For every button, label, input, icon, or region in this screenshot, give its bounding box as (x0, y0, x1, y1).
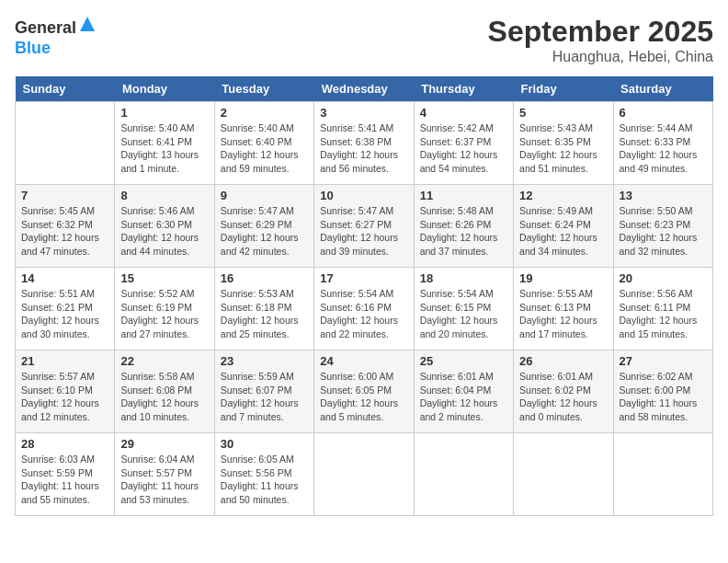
calendar-cell: 22Sunrise: 5:58 AMSunset: 6:08 PMDayligh… (115, 350, 214, 433)
day-info: Sunrise: 6:01 AMSunset: 6:02 PMDaylight:… (519, 370, 607, 424)
day-info: Sunrise: 5:51 AMSunset: 6:21 PMDaylight:… (21, 287, 108, 341)
svg-marker-0 (80, 17, 95, 31)
logo: General Blue (15, 15, 97, 58)
day-info: Sunrise: 5:55 AMSunset: 6:13 PMDaylight:… (519, 287, 607, 341)
calendar-week-row: 14Sunrise: 5:51 AMSunset: 6:21 PMDayligh… (16, 268, 713, 350)
location: Huanghua, Hebei, China (488, 49, 713, 65)
day-number: 2 (221, 106, 308, 120)
logo-general-text: General (15, 18, 76, 37)
day-info: Sunrise: 5:59 AMSunset: 6:07 PMDaylight:… (221, 370, 308, 424)
day-number: 27 (620, 354, 707, 368)
day-info: Sunrise: 5:52 AMSunset: 6:19 PMDaylight:… (120, 287, 208, 341)
day-number: 18 (420, 271, 507, 285)
day-number: 10 (320, 189, 407, 202)
day-info: Sunrise: 6:01 AMSunset: 6:04 PMDaylight:… (420, 370, 507, 424)
page-header: General Blue September 2025 Huanghua, He… (15, 15, 713, 65)
day-info: Sunrise: 5:44 AMSunset: 6:33 PMDaylight:… (620, 121, 707, 176)
calendar-cell: 20Sunrise: 5:56 AMSunset: 6:11 PMDayligh… (613, 268, 712, 350)
day-info: Sunrise: 6:05 AMSunset: 5:56 PMDaylight:… (221, 453, 308, 507)
day-info: Sunrise: 5:57 AMSunset: 6:10 PMDaylight:… (21, 370, 108, 424)
weekday-header: Saturday (613, 76, 712, 102)
calendar-cell: 12Sunrise: 5:49 AMSunset: 6:24 PMDayligh… (514, 185, 613, 268)
day-number: 26 (519, 354, 607, 368)
calendar-cell: 10Sunrise: 5:47 AMSunset: 6:27 PMDayligh… (314, 185, 414, 268)
weekday-header: Monday (115, 76, 214, 102)
weekday-header: Thursday (414, 76, 513, 102)
calendar-cell: 25Sunrise: 6:01 AMSunset: 6:04 PMDayligh… (414, 350, 513, 433)
day-number: 19 (519, 271, 607, 285)
day-info: Sunrise: 5:42 AMSunset: 6:37 PMDaylight:… (420, 121, 507, 176)
day-number: 4 (420, 106, 507, 120)
day-number: 28 (21, 437, 108, 451)
day-number: 20 (620, 271, 707, 285)
day-info: Sunrise: 5:41 AMSunset: 6:38 PMDaylight:… (320, 121, 407, 176)
calendar-cell: 6Sunrise: 5:44 AMSunset: 6:33 PMDaylight… (613, 102, 712, 185)
day-info: Sunrise: 6:04 AMSunset: 5:57 PMDaylight:… (120, 453, 208, 507)
day-number: 6 (620, 106, 707, 120)
calendar-cell: 7Sunrise: 5:45 AMSunset: 6:32 PMDaylight… (16, 185, 115, 268)
day-number: 30 (221, 437, 308, 451)
calendar-cell: 1Sunrise: 5:40 AMSunset: 6:41 PMDaylight… (115, 102, 214, 185)
calendar-week-row: 7Sunrise: 5:45 AMSunset: 6:32 PMDaylight… (16, 185, 713, 268)
calendar-cell: 2Sunrise: 5:40 AMSunset: 6:40 PMDaylight… (214, 102, 313, 185)
day-number: 5 (519, 106, 607, 120)
day-info: Sunrise: 5:56 AMSunset: 6:11 PMDaylight:… (620, 287, 707, 341)
calendar-cell: 8Sunrise: 5:46 AMSunset: 6:30 PMDaylight… (115, 185, 214, 268)
calendar-cell: 27Sunrise: 6:02 AMSunset: 6:00 PMDayligh… (613, 350, 712, 433)
day-number: 3 (320, 106, 407, 120)
day-number: 1 (120, 106, 208, 120)
day-number: 22 (120, 354, 208, 368)
weekday-header: Sunday (16, 76, 115, 102)
day-info: Sunrise: 5:50 AMSunset: 6:23 PMDaylight:… (620, 204, 707, 259)
month-title: September 2025 (488, 15, 713, 49)
calendar-cell: 30Sunrise: 6:05 AMSunset: 5:56 PMDayligh… (214, 433, 313, 516)
calendar-cell: 26Sunrise: 6:01 AMSunset: 6:02 PMDayligh… (514, 350, 613, 433)
day-number: 15 (120, 271, 208, 285)
calendar-cell (414, 433, 513, 516)
day-info: Sunrise: 5:47 AMSunset: 6:27 PMDaylight:… (320, 204, 407, 259)
weekday-header: Wednesday (314, 76, 414, 102)
calendar-cell: 29Sunrise: 6:04 AMSunset: 5:57 PMDayligh… (115, 433, 214, 516)
calendar-cell (314, 433, 414, 516)
calendar-cell: 16Sunrise: 5:53 AMSunset: 6:18 PMDayligh… (214, 268, 313, 350)
day-info: Sunrise: 5:46 AMSunset: 6:30 PMDaylight:… (120, 204, 208, 259)
day-number: 23 (221, 354, 308, 368)
day-number: 13 (620, 189, 707, 202)
day-info: Sunrise: 5:53 AMSunset: 6:18 PMDaylight:… (221, 287, 308, 341)
calendar-cell: 17Sunrise: 5:54 AMSunset: 6:16 PMDayligh… (314, 268, 414, 350)
calendar-cell: 28Sunrise: 6:03 AMSunset: 5:59 PMDayligh… (16, 433, 115, 516)
day-number: 29 (120, 437, 208, 451)
day-info: Sunrise: 5:54 AMSunset: 6:16 PMDaylight:… (320, 287, 407, 341)
day-info: Sunrise: 5:48 AMSunset: 6:26 PMDaylight:… (420, 204, 507, 259)
day-info: Sunrise: 5:49 AMSunset: 6:24 PMDaylight:… (519, 204, 607, 259)
calendar-cell: 9Sunrise: 5:47 AMSunset: 6:29 PMDaylight… (214, 185, 313, 268)
calendar-week-row: 1Sunrise: 5:40 AMSunset: 6:41 PMDaylight… (16, 102, 713, 185)
calendar-cell: 13Sunrise: 5:50 AMSunset: 6:23 PMDayligh… (613, 185, 712, 268)
weekday-header-row: SundayMondayTuesdayWednesdayThursdayFrid… (16, 76, 713, 102)
day-number: 24 (320, 354, 407, 368)
logo-icon (78, 15, 97, 33)
calendar-cell: 21Sunrise: 5:57 AMSunset: 6:10 PMDayligh… (16, 350, 115, 433)
calendar-week-row: 28Sunrise: 6:03 AMSunset: 5:59 PMDayligh… (16, 433, 713, 516)
day-number: 14 (21, 271, 108, 285)
day-number: 21 (21, 354, 108, 368)
day-info: Sunrise: 5:47 AMSunset: 6:29 PMDaylight:… (221, 204, 308, 259)
calendar-cell: 18Sunrise: 5:54 AMSunset: 6:15 PMDayligh… (414, 268, 513, 350)
day-info: Sunrise: 5:40 AMSunset: 6:41 PMDaylight:… (120, 121, 208, 176)
calendar-cell (514, 433, 613, 516)
weekday-header: Friday (514, 76, 613, 102)
calendar-cell: 4Sunrise: 5:42 AMSunset: 6:37 PMDaylight… (414, 102, 513, 185)
day-info: Sunrise: 5:43 AMSunset: 6:35 PMDaylight:… (519, 121, 607, 176)
calendar-cell: 23Sunrise: 5:59 AMSunset: 6:07 PMDayligh… (214, 350, 313, 433)
day-number: 25 (420, 354, 507, 368)
day-info: Sunrise: 6:02 AMSunset: 6:00 PMDaylight:… (620, 370, 707, 424)
weekday-header: Tuesday (214, 76, 313, 102)
calendar-cell: 3Sunrise: 5:41 AMSunset: 6:38 PMDaylight… (314, 102, 414, 185)
day-number: 17 (320, 271, 407, 285)
calendar-cell: 11Sunrise: 5:48 AMSunset: 6:26 PMDayligh… (414, 185, 513, 268)
calendar-cell: 5Sunrise: 5:43 AMSunset: 6:35 PMDaylight… (514, 102, 613, 185)
day-number: 7 (21, 189, 108, 202)
day-info: Sunrise: 6:03 AMSunset: 5:59 PMDaylight:… (21, 453, 108, 507)
calendar-week-row: 21Sunrise: 5:57 AMSunset: 6:10 PMDayligh… (16, 350, 713, 433)
day-info: Sunrise: 6:00 AMSunset: 6:05 PMDaylight:… (320, 370, 407, 424)
